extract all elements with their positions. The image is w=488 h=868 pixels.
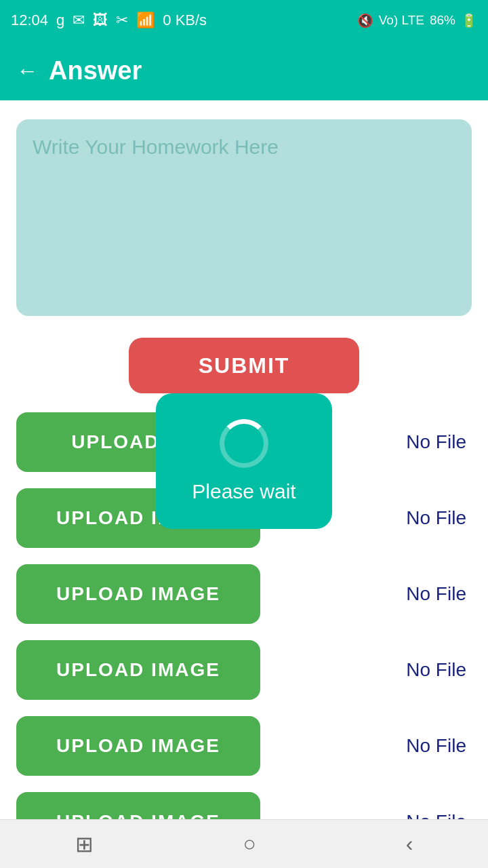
please-wait-text: Please wait [192, 480, 296, 503]
upload-button-4[interactable]: UPLOAD IMAGE [16, 640, 260, 700]
homework-textarea[interactable] [16, 119, 472, 316]
mute-icon: 🔇 [357, 13, 373, 28]
status-bar-right: 🔇 Vo) LTE 86% 🔋 [357, 13, 477, 28]
image-icon: 🖼 [93, 12, 108, 29]
app-header: ← Answer [0, 41, 488, 100]
g-icon: g [56, 12, 64, 29]
back-button[interactable]: ← [16, 58, 38, 83]
tools-icon: ✂ [116, 12, 128, 29]
bottom-nav: ⊞ ○ ‹ [0, 819, 488, 868]
nav-recent-icon[interactable]: ⊞ [75, 831, 94, 857]
no-file-label-5: No File [406, 735, 472, 757]
submit-button[interactable]: SUBMIT [129, 338, 359, 393]
upload-row-4: UPLOAD IMAGE No File [16, 640, 472, 700]
upload-button-5[interactable]: UPLOAD IMAGE [16, 716, 260, 776]
battery-display: 86% [430, 13, 455, 28]
nav-home-icon[interactable]: ○ [243, 831, 256, 856]
no-file-label-3: No File [406, 583, 472, 605]
no-file-label-2: No File [406, 507, 472, 529]
upload-row-5: UPLOAD IMAGE No File [16, 716, 472, 776]
upload-row-3: UPLOAD IMAGE No File [16, 564, 472, 624]
page-title: Answer [49, 56, 142, 85]
data-icon: 0 KB/s [163, 12, 207, 29]
nav-back-icon[interactable]: ‹ [406, 831, 413, 856]
network-icon: 📶 [136, 12, 155, 29]
battery-icon: 🔋 [461, 13, 477, 28]
upload-button-3[interactable]: UPLOAD IMAGE [16, 564, 260, 624]
time-display: 12:04 [11, 12, 48, 29]
loading-spinner [220, 419, 268, 468]
status-bar: 12:04 g ✉ 🖼 ✂ 📶 0 KB/s 🔇 Vo) LTE 86% 🔋 [0, 0, 488, 41]
email-icon: ✉ [73, 12, 85, 29]
no-file-label-4: No File [406, 659, 472, 681]
no-file-label-1: No File [406, 431, 472, 453]
status-bar-left: 12:04 g ✉ 🖼 ✂ 📶 0 KB/s [11, 12, 207, 29]
loading-overlay: Please wait [156, 393, 332, 529]
signal-icon: Vo) LTE [379, 13, 424, 28]
